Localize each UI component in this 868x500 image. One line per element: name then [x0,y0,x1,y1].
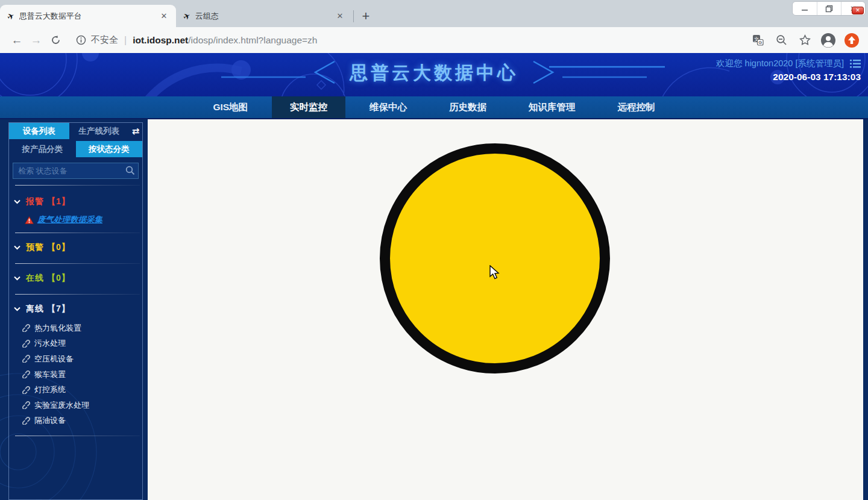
tab-production-line-list[interactable]: 生产线列表 [69,123,130,139]
translate-button[interactable]: 文 G [749,31,767,49]
device-label: 热力氧化装置 [34,323,81,334]
content-area: 设备列表 生产线列表 ⇄ 按产品分类 按状态分类 [0,119,868,500]
reload-icon [51,35,61,45]
toolbar-actions: 文 G [749,31,861,49]
tab-by-product[interactable]: 按产品分类 [9,141,76,157]
group-count: 【0】 [47,242,71,252]
tree-group-online[interactable]: 在线 【0】 [9,269,142,287]
device-label: 空压机设备 [34,354,74,364]
device-label: 污水处理 [34,338,66,349]
zoom-out-button[interactable] [772,31,790,49]
tab-by-status[interactable]: 按状态分类 [76,141,143,157]
tree-group-warning[interactable]: 预警 【0】 [9,239,142,257]
group-count: 【0】 [47,273,71,283]
warning-icon [25,216,34,224]
security-label: 不安全 [91,34,118,46]
bookmark-star-button[interactable] [796,31,814,49]
info-icon[interactable] [76,35,86,45]
group-count: 【1】 [47,196,71,206]
url-domain: iot.idosp.net [133,35,188,45]
profile-avatar[interactable] [819,31,837,49]
title-left-decoration [203,59,339,87]
forward-button[interactable]: → [27,31,46,50]
minimize-button[interactable] [793,2,817,15]
address-bar[interactable]: 不安全 | iot.idosp.net/idosp/index.html?lan… [71,31,743,50]
device-item[interactable]: 猴车装置 [9,367,142,383]
device-item[interactable]: 灯控系统 [9,382,142,398]
close-badge-icon: ✕ [852,7,864,14]
unlink-icon [22,401,30,409]
extension-button[interactable] [843,31,861,49]
nav-item-realtime[interactable]: 实时监控 [272,96,345,118]
tab-close-icon[interactable]: ✕ [334,10,346,22]
nav-item-knowledge[interactable]: 知识库管理 [511,96,594,118]
list-type-tabs: 设备列表 生产线列表 ⇄ [9,123,142,139]
group-label: 在线 [26,273,44,283]
chevron-down-icon [14,276,20,281]
group-label: 离线 [26,304,44,313]
unlink-icon [22,355,30,363]
restore-icon [825,5,833,13]
menu-list-icon[interactable] [850,60,861,68]
chevron-down-icon [14,199,20,204]
group-label: 预警 [26,242,44,252]
device-label: 灯控系统 [34,384,66,395]
status-tree: 报警 【1】 废气处理数据采集 预警 【0】 [9,186,142,436]
tab-device-list[interactable]: 设备列表 [9,123,69,139]
nav-item-remote[interactable]: 远程控制 [600,96,673,118]
alarm-device-link[interactable]: 废气处理数据采集 [37,214,102,225]
url-text[interactable]: iot.idosp.net/idosp/index.html?language=… [133,35,317,46]
group-label: 报警 [26,196,44,206]
device-item[interactable]: 实验室废水处理 [9,398,142,413]
monitor-canvas[interactable] [148,119,863,500]
device-item[interactable]: 隔油设备 [9,413,142,429]
site-favicon-icon: ✈ [5,11,16,22]
reload-button[interactable] [46,31,65,50]
site-header: 思普云大数据中心 欢迎您 hignton2020 [系统管理员] 2020-06… [0,53,868,96]
device-label: 隔油设备 [34,415,66,426]
classify-tabs: 按产品分类 按状态分类 [9,141,142,157]
site-favicon-icon: ✈ [181,11,192,22]
chevron-down-icon [14,245,20,250]
nav-item-gis[interactable]: GIS地图 [195,96,266,118]
divider [15,436,140,436]
swap-icon[interactable]: ⇄ [129,123,142,139]
unlink-icon [22,340,30,348]
new-tab-button[interactable]: + [357,8,374,25]
device-item[interactable]: 污水处理 [9,336,142,352]
search-input[interactable] [13,163,139,179]
group-count: 【7】 [47,304,71,313]
offline-device-list: 热力氧化装置 污水处理 空压机设备 猴车装置 [9,318,142,434]
nav-item-maintenance[interactable]: 维保中心 [351,96,425,118]
device-item[interactable]: 空压机设备 [9,351,142,367]
alarm-device-item[interactable]: 废气处理数据采集 [9,211,142,231]
datetime-display: 2020-06-03 17:13:03 [773,72,861,83]
sidebar-panel: 设备列表 生产线列表 ⇄ 按产品分类 按状态分类 [8,122,143,500]
close-window-button[interactable]: ✕ ✕ [841,2,865,15]
nav-item-history[interactable]: 历史数据 [431,96,505,118]
url-separator: | [124,35,127,46]
tab-strip: ✈ 思普云大数据平台 ✕ ✈ 云组态 ✕ + ✕ ✕ [0,0,868,27]
device-label: 猴车装置 [34,369,66,380]
window-controls: ✕ ✕ [792,1,866,16]
welcome-text: 欢迎您 hignton2020 [系统管理员] [716,58,844,69]
main-nav: GIS地图 实时监控 维保中心 历史数据 知识库管理 远程控制 [0,96,868,119]
tab-title: 思普云大数据平台 [19,11,158,22]
device-item[interactable]: 热力氧化装置 [9,320,142,336]
unlink-icon [22,417,30,425]
back-button[interactable]: ← [7,31,27,50]
status-indicator-circle[interactable] [380,143,610,373]
page-title: 思普云大数据中心 [350,61,518,86]
browser-toolbar: ← → 不安全 | iot.idosp.net/idosp/index.html… [0,27,868,53]
chevron-down-icon [14,307,20,311]
tab-title: 云组态 [195,11,334,22]
unlink-icon [22,370,30,378]
search-icon[interactable] [125,166,135,175]
tab-close-icon[interactable]: ✕ [158,10,170,22]
tree-group-offline[interactable]: 离线 【7】 [9,300,142,318]
device-sidebar: 设备列表 生产线列表 ⇄ 按产品分类 按状态分类 [0,119,148,500]
tree-group-alarm[interactable]: 报警 【1】 [9,193,142,211]
browser-tab-2[interactable]: ✈ 云组态 ✕ [176,5,352,27]
browser-tab-1[interactable]: ✈ 思普云大数据平台 ✕ [0,5,176,27]
restore-button[interactable] [817,2,841,15]
